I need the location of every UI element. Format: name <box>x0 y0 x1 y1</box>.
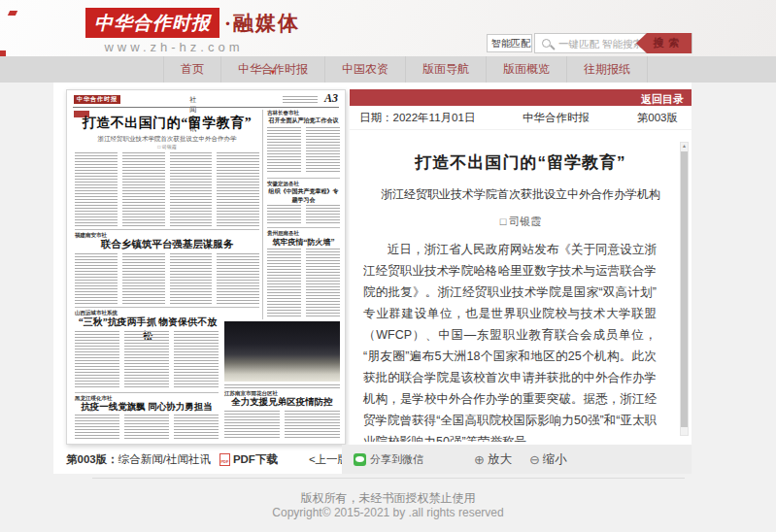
back-to-contents-button[interactable]: 返回目录 <box>641 93 684 105</box>
article-meta-row: 日期：2022年11月01日 中华合作时报 第003版 <box>350 106 692 130</box>
search-icon <box>542 39 551 48</box>
section-headline: 组织《中国共产党章程》专题学习会 <box>267 187 340 205</box>
section-headline: 全力支援兄弟区疫情防控 <box>224 396 340 409</box>
zoom-in-label: 放大 <box>488 451 512 468</box>
nav-item-page-overview[interactable]: 版面概览 <box>486 56 566 83</box>
divider <box>73 107 339 108</box>
paper-dateline <box>283 96 318 103</box>
main-nav: 首页 中华合作时报 中国农资 版面导航 版面概览 往期报纸 <box>0 56 776 83</box>
search-button[interactable]: 搜索 <box>636 33 692 53</box>
paper-photo-caption <box>224 384 340 388</box>
logo-suffix: ·融媒体 <box>224 10 300 37</box>
content-container: 中华合作时报 社闻社讯 A3 打造不出国门的“留学教育” 浙江经贸职业技术学院首… <box>53 83 692 474</box>
share-wechat-label: 分享到微信 <box>370 452 423 467</box>
nav-item-page-navigation[interactable]: 版面导航 <box>405 56 486 83</box>
article-page-number: 第003版 <box>637 111 678 125</box>
zoom-controls: ⊕ 放大 ⊖ 缩小 <box>474 451 567 468</box>
nav-item-home[interactable]: 首页 <box>163 56 220 83</box>
section-headline: 召开全面从严治党工作会议 <box>267 116 340 125</box>
site-header: 中华合作时报 ·融媒体 www.zh-hz.com 智能匹配 ∨ 搜索 <box>0 0 776 56</box>
sim-text-area <box>224 411 340 440</box>
article-date: 日期：2022年11月01日 <box>359 111 475 125</box>
paper-page-number: A3 <box>324 91 338 106</box>
site-logo[interactable]: 中华合作时报 ·融媒体 <box>85 8 300 38</box>
article-title: 打造不出国门的“留学教育” <box>350 151 692 174</box>
nav-item-zhongguo-nongzi[interactable]: 中国农资 <box>324 56 405 83</box>
scroll-up-icon[interactable]: ▲ <box>682 143 687 149</box>
decor-red-mark <box>8 11 17 16</box>
article-action-bar: 分享到微信 ⊕ 放大 ⊖ 缩小 <box>342 445 692 474</box>
zoom-in-icon: ⊕ <box>474 452 485 467</box>
zoom-out-label: 缩小 <box>543 451 567 468</box>
divider <box>267 227 340 228</box>
nav-item-past-issues[interactable]: 往期报纸 <box>566 56 648 83</box>
pdf-download-button[interactable]: PDF下载 <box>233 452 278 467</box>
sim-text-area <box>75 331 219 389</box>
page-section-label: 综合新闻/社闻社讯 <box>118 452 211 467</box>
article-body: 打造不出国门的“留学教育” 浙江经贸职业技术学院首次获批设立中外合作办学机构 □… <box>350 130 692 442</box>
article-paragraph: 近日，浙江省人民政府网站发布《关于同意设立浙江经贸职业技术学院哈格哈里亚数字技术… <box>363 239 657 442</box>
site-url: www.zh-hz.com <box>82 40 266 54</box>
paper-byline: □ 司银霞 <box>75 144 259 150</box>
scrollbar[interactable]: ▲ <box>680 142 689 436</box>
sim-text-area <box>267 205 340 224</box>
scrollbar-thumb[interactable] <box>681 151 688 427</box>
paper-main-subhead: 浙江经贸职业技术学院首次获批设立中外合作办学 <box>75 135 259 144</box>
article-paper-name: 中华合作时报 <box>523 111 590 125</box>
divider <box>75 307 259 308</box>
section-place: 贵州思南县社 <box>267 230 299 237</box>
page-number-label: 第003版： <box>66 452 118 467</box>
sim-text-area <box>75 253 259 304</box>
sim-text-area <box>75 415 219 440</box>
footer-copyright-cn: 版权所有，未经书面授权禁止使用 <box>0 490 776 507</box>
share-wechat-button[interactable]: 分享到微信 <box>354 452 423 467</box>
section-headline: 联合乡镇筑平台强基层谋服务 <box>75 238 259 251</box>
chevron-down-icon: ∨ <box>523 35 528 51</box>
footer-divider <box>92 478 685 479</box>
paper-masthead-logo: 中华合作时报 <box>74 95 120 104</box>
article-author: □ 司银霞 <box>350 215 692 229</box>
newspaper-page-thumbnail[interactable]: 中华合作时报 社闻社讯 A3 打造不出国门的“留学教育” 浙江经贸职业技术学院首… <box>66 89 346 445</box>
section-headline: 筑牢疫情“防火墙” <box>267 237 340 248</box>
divider <box>75 392 219 393</box>
column-divider <box>262 110 263 319</box>
wechat-icon <box>354 453 366 466</box>
divider <box>267 178 340 179</box>
pdf-icon <box>219 453 230 466</box>
nav-item-zhonghua-hezuo-shibao[interactable]: 中华合作时报 <box>220 56 324 83</box>
search-filter-select[interactable]: 智能匹配 ∨ <box>487 34 532 52</box>
logo-main: 中华合作时报 <box>85 8 219 38</box>
zoom-out-button[interactable]: ⊖ 缩小 <box>529 451 567 468</box>
sim-text-area <box>267 127 340 174</box>
article-subtitle: 浙江经贸职业技术学院首次获批设立中外合作办学机构 <box>350 186 692 203</box>
footer-copyright-en: Copyright© 2015-2021 by .all rights rese… <box>0 506 776 519</box>
section-headline: 抗疫一线党旗飘 同心协力勇担当 <box>75 401 219 414</box>
paper-main-headline: 打造不出国门的“留学教育” <box>75 115 259 132</box>
zoom-in-button[interactable]: ⊕ 放大 <box>474 451 512 468</box>
sim-text-area <box>267 249 340 316</box>
zoom-out-icon: ⊖ <box>529 452 540 467</box>
sim-text-area <box>75 152 259 226</box>
section-place: 吉林长春市社 <box>267 110 299 116</box>
article-toolbar: 返回目录 <box>350 89 692 106</box>
divider <box>75 229 259 230</box>
article-panel: 返回目录 日期：2022年11月01日 中华合作时报 第003版 打造不出国门的… <box>350 89 692 445</box>
section-place: 安徽定远县社 <box>267 181 299 187</box>
paper-photo <box>224 321 340 382</box>
